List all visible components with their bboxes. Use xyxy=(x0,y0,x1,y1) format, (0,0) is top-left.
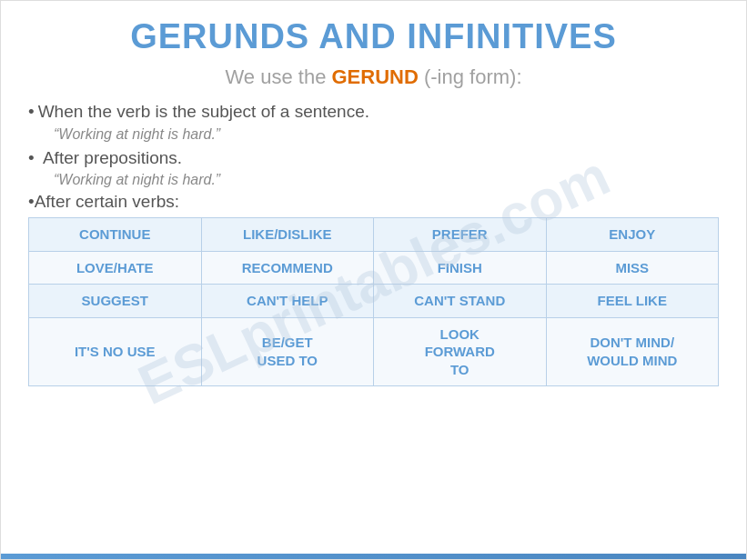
gerund-word: GERUND xyxy=(331,65,418,88)
table-cell: LOOKFORWARDTO xyxy=(374,317,547,386)
bullet-2: • After prepositions. xyxy=(28,146,719,171)
table-cell: IT'S NO USE xyxy=(29,317,202,386)
table-cell: LIKE/DISLIKE xyxy=(201,218,374,252)
table-cell: FEEL LIKE xyxy=(546,285,719,318)
table-cell: DON'T MIND/WOULD MIND xyxy=(546,317,719,386)
bullet-3: •After certain verbs: xyxy=(28,192,719,212)
bullet-section-2: • After prepositions. “Working at night … xyxy=(28,146,719,189)
bottom-bar xyxy=(1,554,746,559)
table-cell: CAN'T STAND xyxy=(374,285,547,318)
table-cell: MISS xyxy=(546,251,719,285)
page-title: GERUNDS AND INFINITIVES xyxy=(28,17,719,56)
table-cell: BE/GETUSED TO xyxy=(201,317,374,386)
table-row: SUGGESTCAN'T HELPCAN'T STANDFEEL LIKE xyxy=(29,285,719,318)
bullet-dot-3: • xyxy=(28,192,35,211)
bullet-dot-1: • xyxy=(28,102,35,121)
bullet-1: •When the verb is the subject of a sente… xyxy=(28,100,719,125)
table-cell: CAN'T HELP xyxy=(201,285,374,318)
table-cell: CONTINUE xyxy=(29,218,202,252)
verb-table: CONTINUELIKE/DISLIKEPREFERENJOYLOVE/HATE… xyxy=(28,217,719,386)
subtitle-pre: We use the xyxy=(225,65,331,88)
slide: ESLprintables.com GERUNDS AND INFINITIVE… xyxy=(0,0,747,560)
example-2: “Working at night is hard.” xyxy=(54,172,719,188)
bullet-dot-2: • xyxy=(28,148,39,167)
subtitle-post: (-ing form): xyxy=(419,65,522,88)
table-cell: ENJOY xyxy=(546,218,719,252)
bullet-section-1: •When the verb is the subject of a sente… xyxy=(28,100,719,143)
table-cell: SUGGEST xyxy=(29,285,202,318)
table-cell: PREFER xyxy=(374,218,547,252)
table-row: IT'S NO USEBE/GETUSED TOLOOKFORWARDTODON… xyxy=(29,317,719,386)
table-cell: RECOMMEND xyxy=(201,251,374,285)
subtitle: We use the GERUND (-ing form): xyxy=(28,65,719,89)
table-cell: FINISH xyxy=(374,251,547,285)
table-row: CONTINUELIKE/DISLIKEPREFERENJOY xyxy=(29,218,719,252)
table-cell: LOVE/HATE xyxy=(29,251,202,285)
example-1: “Working at night is hard.” xyxy=(54,126,719,143)
table-row: LOVE/HATERECOMMENDFINISHMISS xyxy=(29,251,719,285)
